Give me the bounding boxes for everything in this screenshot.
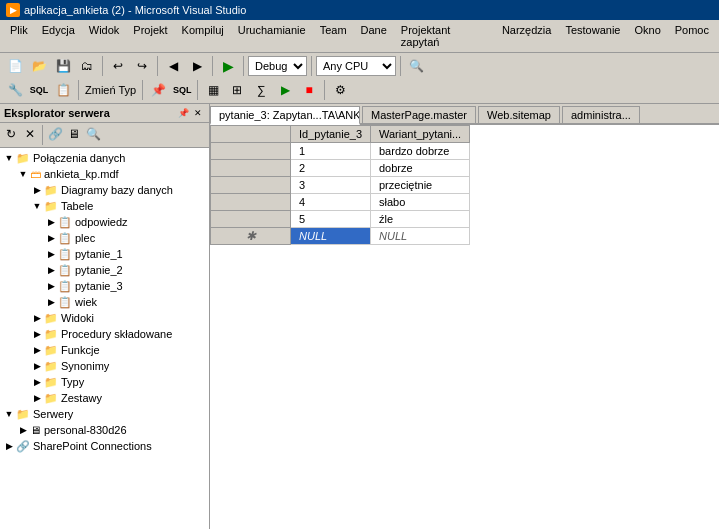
- forward-btn[interactable]: ▶: [186, 55, 208, 77]
- tb2-sql2-btn[interactable]: SQL: [171, 79, 193, 101]
- row4-value[interactable]: słabo: [371, 194, 470, 211]
- se-connect-btn[interactable]: 🔗: [46, 125, 64, 143]
- row4-id[interactable]: 4: [291, 194, 371, 211]
- tb2-misc-btn[interactable]: ⚙: [329, 79, 351, 101]
- menu-projekt[interactable]: Projekt: [127, 22, 173, 50]
- tab-administra[interactable]: administra...: [562, 106, 640, 123]
- menu-kompiluj[interactable]: Kompiluj: [176, 22, 230, 50]
- tree-personal[interactable]: ▶ 🖥 personal-830d26: [2, 422, 207, 438]
- tree-ankieta[interactable]: ▼ 🗃 ankieta_kp.mdf: [2, 166, 207, 182]
- table-row[interactable]: 1 bardzo dobrze: [211, 143, 470, 160]
- se-refresh-btn[interactable]: ↻: [2, 125, 20, 143]
- expander-polaczenia[interactable]: ▼: [2, 151, 16, 165]
- start-btn[interactable]: ▶: [217, 55, 239, 77]
- tree-funkcje[interactable]: ▶ 📁 Funkcje: [2, 342, 207, 358]
- find-btn[interactable]: 🔍: [405, 55, 427, 77]
- menu-team[interactable]: Team: [314, 22, 353, 50]
- cpu-select[interactable]: Any CPU: [316, 56, 396, 76]
- expander-pytanie1[interactable]: ▶: [44, 247, 58, 261]
- undo-btn[interactable]: ↩: [107, 55, 129, 77]
- row2-value[interactable]: dobrze: [371, 160, 470, 177]
- tree-widoki[interactable]: ▶ 📁 Widoki: [2, 310, 207, 326]
- tree-tabele[interactable]: ▼ 📁 Tabele: [2, 198, 207, 214]
- tb2-pin-btn[interactable]: 📌: [147, 79, 169, 101]
- tab-masterpage[interactable]: MasterPage.master: [362, 106, 476, 123]
- tree-serwery[interactable]: ▼ 📁 Serwery: [2, 406, 207, 422]
- tree-synonimy[interactable]: ▶ 📁 Synonimy: [2, 358, 207, 374]
- menu-narzedzia[interactable]: Narzędzia: [496, 22, 558, 50]
- menu-dane[interactable]: Dane: [355, 22, 393, 50]
- tree-polaczenia[interactable]: ▼ 📁 Połączenia danych: [2, 150, 207, 166]
- se-close2-btn[interactable]: ✕: [21, 125, 39, 143]
- expander-procedury[interactable]: ▶: [30, 327, 44, 341]
- expander-plec[interactable]: ▶: [44, 231, 58, 245]
- tree-plec[interactable]: ▶ 📋 plec: [2, 230, 207, 246]
- debug-select[interactable]: Debug: [248, 56, 307, 76]
- tree-zestawy[interactable]: ▶ 📁 Zestawy: [2, 390, 207, 406]
- tree-pytanie2[interactable]: ▶ 📋 pytanie_2: [2, 262, 207, 278]
- table-row[interactable]: 5 źle: [211, 211, 470, 228]
- back-btn[interactable]: ◀: [162, 55, 184, 77]
- tb2-play-btn[interactable]: ▶: [274, 79, 296, 101]
- tab-websitemap[interactable]: Web.sitemap: [478, 106, 560, 123]
- rownew-value[interactable]: NULL: [371, 228, 470, 245]
- menu-widok[interactable]: Widok: [83, 22, 126, 50]
- tree-diagramy[interactable]: ▶ 📁 Diagramy bazy danych: [2, 182, 207, 198]
- se-filter-btn[interactable]: 🔍: [84, 125, 102, 143]
- expander-typy[interactable]: ▶: [30, 375, 44, 389]
- new-project-btn[interactable]: 📄: [4, 55, 26, 77]
- tb2-btn1[interactable]: 🔧: [4, 79, 26, 101]
- expander-zestawy[interactable]: ▶: [30, 391, 44, 405]
- expander-odpowiedz[interactable]: ▶: [44, 215, 58, 229]
- row5-value[interactable]: źle: [371, 211, 470, 228]
- expander-widoki[interactable]: ▶: [30, 311, 44, 325]
- expander-synonimy[interactable]: ▶: [30, 359, 44, 373]
- menu-uruchamianie[interactable]: Uruchamianie: [232, 22, 312, 50]
- row1-value[interactable]: bardzo dobrze: [371, 143, 470, 160]
- expander-ankieta[interactable]: ▼: [16, 167, 30, 181]
- open-btn[interactable]: 📂: [28, 55, 50, 77]
- expander-personal[interactable]: ▶: [16, 423, 30, 437]
- menu-pomoc[interactable]: Pomoc: [669, 22, 715, 50]
- tree-wiek[interactable]: ▶ 📋 wiek: [2, 294, 207, 310]
- table-row-new[interactable]: ✱ NULL NULL: [211, 228, 470, 245]
- table-row[interactable]: 4 słabo: [211, 194, 470, 211]
- tb2-grid-btn[interactable]: ⊞: [226, 79, 248, 101]
- tree-procedury[interactable]: ▶ 📁 Procedury składowane: [2, 326, 207, 342]
- row3-value[interactable]: przeciętnie: [371, 177, 470, 194]
- menu-okno[interactable]: Okno: [628, 22, 666, 50]
- se-server-btn[interactable]: 🖥: [65, 125, 83, 143]
- menu-testowanie[interactable]: Testowanie: [559, 22, 626, 50]
- tb2-filter-btn[interactable]: ▦: [202, 79, 224, 101]
- tree-typy[interactable]: ▶ 📁 Typy: [2, 374, 207, 390]
- row3-id[interactable]: 3: [291, 177, 371, 194]
- expander-pytanie2[interactable]: ▶: [44, 263, 58, 277]
- expander-pytanie3[interactable]: ▶: [44, 279, 58, 293]
- save-btn[interactable]: 💾: [52, 55, 74, 77]
- expander-sharepoint[interactable]: ▶: [2, 439, 16, 453]
- expander-tabele[interactable]: ▼: [30, 199, 44, 213]
- tree-odpowiedz[interactable]: ▶ 📋 odpowiedz: [2, 214, 207, 230]
- expander-funkcje[interactable]: ▶: [30, 343, 44, 357]
- table-row[interactable]: 3 przeciętnie: [211, 177, 470, 194]
- menu-plik[interactable]: Plik: [4, 22, 34, 50]
- tb2-btn3[interactable]: 📋: [52, 79, 74, 101]
- expander-diagramy[interactable]: ▶: [30, 183, 44, 197]
- tb2-sql-btn[interactable]: SQL: [28, 79, 50, 101]
- expander-serwery[interactable]: ▼: [2, 407, 16, 421]
- redo-btn[interactable]: ↪: [131, 55, 153, 77]
- tab-pytanie3[interactable]: pytanie_3: Zapytan...TA\ANKIETA_KP.MDF) …: [210, 106, 360, 125]
- row1-id[interactable]: 1: [291, 143, 371, 160]
- row2-id[interactable]: 2: [291, 160, 371, 177]
- tree-pytanie1[interactable]: ▶ 📋 pytanie_1: [2, 246, 207, 262]
- rownew-id[interactable]: NULL: [291, 228, 371, 245]
- se-pin-btn[interactable]: 📌: [176, 106, 190, 120]
- tree-sharepoint[interactable]: ▶ 🔗 SharePoint Connections: [2, 438, 207, 454]
- table-row[interactable]: 2 dobrze: [211, 160, 470, 177]
- tb2-calc-btn[interactable]: ∑: [250, 79, 272, 101]
- menu-projektant[interactable]: Projektant zapytań: [395, 22, 494, 50]
- tree-pytanie3[interactable]: ▶ 📋 pytanie_3: [2, 278, 207, 294]
- menu-edycja[interactable]: Edycja: [36, 22, 81, 50]
- tb2-stop-btn[interactable]: ■: [298, 79, 320, 101]
- se-close-btn[interactable]: ✕: [191, 106, 205, 120]
